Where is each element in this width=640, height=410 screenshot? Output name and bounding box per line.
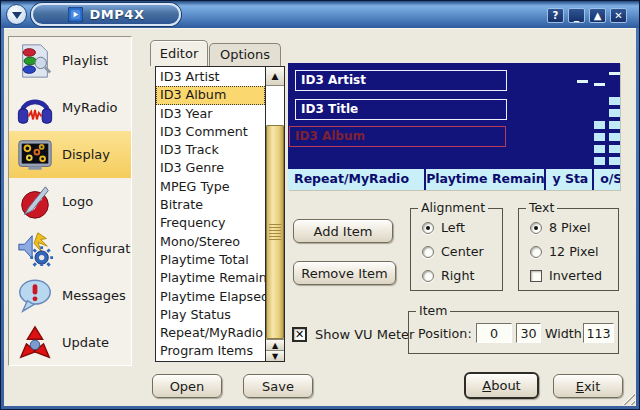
alignment-option-center[interactable]: Center — [422, 244, 502, 259]
preview-item-id3-album[interactable]: ID3 Album — [289, 126, 506, 147]
sidebar-item-myradio[interactable]: MyRadio — [9, 84, 131, 131]
alignment-option-label: Left — [441, 220, 465, 235]
list-item[interactable]: Bitrate — [156, 196, 265, 214]
vu-peak-segment — [594, 83, 605, 86]
list-item[interactable]: Playtime Total — [156, 251, 265, 269]
remove-item-button[interactable]: Remove Item — [293, 261, 396, 285]
preview-bar-cell: o/St — [592, 169, 620, 190]
list-item[interactable]: Playtime Elapsed — [156, 288, 265, 306]
exit-button[interactable]: Exit — [553, 374, 623, 398]
preview-bottom-bar: Repeat/MyRadioPlaytime Remainsy Stao/St — [288, 167, 620, 190]
width-field[interactable] — [583, 323, 614, 343]
chevron-down-icon — [12, 12, 22, 19]
titlebar[interactable]: DMP4X ?_▲✕ — [1, 1, 639, 28]
position-x-field[interactable] — [476, 323, 512, 343]
help-button[interactable]: ? — [547, 8, 564, 23]
playlist-icon — [16, 42, 54, 80]
item-group-title: Item — [416, 303, 450, 318]
logo-icon — [16, 183, 54, 221]
vu-segment — [594, 133, 605, 141]
titlebar-buttons: ?_▲✕ — [547, 8, 627, 23]
list-item[interactable]: ID3 Year — [156, 105, 265, 123]
vu-segment — [609, 97, 620, 105]
save-button[interactable]: Save — [243, 374, 313, 398]
vu-segment — [594, 145, 605, 153]
sidebar: PlaylistMyRadioDisplayLogoConfigurationM… — [8, 36, 132, 366]
radio-checked-icon[interactable] — [422, 222, 434, 234]
position-label: Position: — [418, 326, 472, 341]
preview-item-id3-title[interactable]: ID3 Title — [295, 99, 507, 120]
vu-segment — [609, 121, 620, 129]
list-item[interactable]: Playtime Remains — [156, 269, 265, 287]
text-option-label: 8 Pixel — [549, 220, 590, 235]
sidebar-item-label: MyRadio — [62, 100, 117, 115]
scrollbar-grip — [269, 224, 281, 242]
display-preview: ID3 ArtistID3 TitleID3 Album Repeat/MyRa… — [288, 63, 620, 190]
checkbox-unchecked-icon[interactable] — [530, 270, 542, 282]
preview-item-id3-artist[interactable]: ID3 Artist — [295, 70, 507, 91]
vu-segment — [609, 145, 620, 153]
show-vu-checkbox[interactable] — [292, 327, 307, 342]
scrollbar-thumb[interactable] — [266, 125, 284, 339]
list-item[interactable]: ID3 Genre — [156, 159, 265, 177]
text-option-8-pixel[interactable]: 8 Pixel — [530, 220, 618, 235]
list-item[interactable]: Program Items — [156, 342, 265, 360]
about-button[interactable]: About — [464, 372, 539, 399]
vu-segment — [609, 157, 620, 165]
list-item[interactable]: ID3 Track — [156, 141, 265, 159]
shade-button[interactable]: ▲ — [589, 8, 606, 23]
radio-unchecked-icon[interactable] — [422, 246, 434, 258]
app-icon — [68, 7, 83, 22]
sidebar-item-configuration[interactable]: Configuration — [9, 225, 131, 272]
sidebar-item-logo[interactable]: Logo — [9, 178, 131, 225]
close-button[interactable]: ✕ — [610, 8, 627, 23]
width-label: Width: — [545, 326, 586, 341]
position-y-field[interactable] — [516, 323, 541, 343]
list-item[interactable]: MPEG Type — [156, 178, 265, 196]
list-item[interactable]: Play Status — [156, 306, 265, 324]
sidebar-item-update[interactable]: Update — [9, 319, 131, 366]
list-item[interactable]: ID3 Artist — [156, 68, 265, 86]
show-vu-meter-toggle[interactable]: Show VU Meter — [292, 327, 414, 342]
update-icon — [16, 324, 54, 362]
list-item[interactable]: ID3 Comment — [156, 123, 265, 141]
text-option-12-pixel[interactable]: 12 Pixel — [530, 244, 618, 259]
sidebar-item-display[interactable]: Display — [9, 131, 131, 178]
alignment-option-left[interactable]: Left — [422, 220, 502, 235]
tab-options[interactable]: Options — [209, 43, 281, 66]
scroll-up-icon[interactable]: ▲ — [266, 67, 284, 86]
alignment-groupbox: Alignment LeftCenterRight — [410, 208, 503, 291]
tab-editor[interactable]: Editor — [150, 40, 208, 66]
title-capsule: DMP4X — [31, 3, 181, 26]
display-icon — [16, 136, 54, 174]
field-listbox: ID3 ArtistID3 AlbumID3 YearID3 CommentID… — [155, 66, 265, 362]
text-option-inverted[interactable]: Inverted — [530, 268, 618, 283]
add-item-button[interactable]: Add Item — [293, 219, 393, 243]
vu-peak-segment — [577, 80, 588, 83]
listbox-scrollbar[interactable]: ▲ ▲ ▼ — [265, 66, 285, 362]
list-item[interactable]: Mono/Stereo — [156, 233, 265, 251]
minimize-button[interactable]: _ — [568, 8, 585, 23]
radio-checked-icon[interactable] — [530, 222, 542, 234]
window-menu-button[interactable] — [6, 4, 27, 25]
preview-bar-cell: y Sta — [544, 169, 592, 190]
vu-segment — [609, 133, 620, 141]
alignment-option-right[interactable]: Right — [422, 268, 502, 283]
list-item[interactable]: Repeat/MyRadio — [156, 324, 265, 342]
window-title: DMP4X — [90, 7, 145, 22]
vu-segment — [594, 157, 605, 165]
open-button[interactable]: Open — [152, 374, 222, 398]
sidebar-item-label: Configuration — [62, 241, 132, 256]
configuration-icon — [16, 230, 54, 268]
text-groupbox: Text 8 Pixel12 PixelInverted — [518, 208, 619, 291]
text-option-label: 12 Pixel — [549, 244, 599, 259]
list-item[interactable]: ID3 Album — [156, 86, 265, 104]
scroll-up-icon-bottom[interactable]: ▲ — [266, 339, 284, 350]
radio-unchecked-icon[interactable] — [422, 270, 434, 282]
list-item[interactable]: Frequency — [156, 214, 265, 232]
radio-unchecked-icon[interactable] — [530, 246, 542, 258]
scroll-down-icon[interactable]: ▼ — [266, 350, 284, 361]
text-option-label: Inverted — [549, 268, 602, 283]
sidebar-item-messages[interactable]: Messages — [9, 272, 131, 319]
sidebar-item-playlist[interactable]: Playlist — [9, 37, 131, 84]
